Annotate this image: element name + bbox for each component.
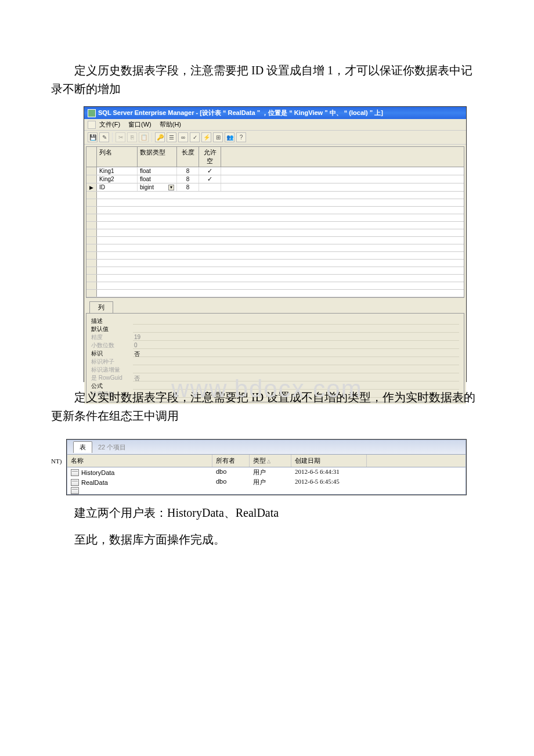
col-type[interactable]: 类型△	[250, 455, 291, 467]
col-owner[interactable]: 所有者	[212, 455, 250, 467]
list-tabs: 表 22 个项目	[67, 440, 466, 454]
trigger-icon[interactable]: ⚡	[201, 132, 211, 142]
table-row[interactable]	[67, 487, 466, 494]
column-row[interactable]: ▶ ID bigint▾ 8	[86, 183, 464, 192]
title-bar: SQL Server Enterprise Manager - [设计表 “ R…	[84, 107, 466, 119]
item-count: 22 个项目	[98, 443, 126, 452]
paragraph-4: 至此，数据库方面操作完成。	[51, 530, 483, 549]
menu-window[interactable]: 窗口(W)	[128, 120, 151, 129]
cut-icon[interactable]: ✂	[116, 132, 125, 142]
tab-tables[interactable]: 表	[73, 441, 92, 453]
help-icon[interactable]: ?	[236, 132, 246, 142]
table-icon	[71, 487, 79, 494]
column-row[interactable]: King2 float 8 ✓	[86, 175, 464, 183]
dropdown-icon[interactable]: ▾	[168, 185, 174, 190]
tree-fragment-label: NT)	[51, 458, 62, 465]
paste-icon[interactable]: 📋	[139, 132, 149, 142]
list-columns-header: 名称 所有者 类型△ 创建日期	[67, 454, 466, 467]
script-icon[interactable]: ✎	[99, 132, 109, 142]
app-icon	[88, 109, 96, 117]
save-icon[interactable]: 💾	[88, 132, 98, 142]
sort-asc-icon: △	[267, 459, 270, 464]
paragraph-2: 定义实时数据表字段，注意需要把 ID 设置成不自增的类型，作为实时数据表的更新条…	[51, 388, 483, 425]
toolbar: 💾 ✎ ✂ ⎘ 📋 🔑 ☰ ∞ ✓ ⚡ ⊞ 👥 ?	[84, 131, 466, 145]
table-row[interactable]: HistoryData dbo 用户 2012-6-5 6:44:31	[67, 467, 466, 477]
paragraph-3: 建立两个用户表：HistoryData、RealData	[51, 503, 483, 522]
sql-designer-window: SQL Server Enterprise Manager - [设计表 “ R…	[84, 106, 467, 382]
copy-icon[interactable]: ⎘	[127, 132, 137, 142]
menu-help[interactable]: 帮助(H)	[160, 120, 181, 129]
tables-list-window: 表 22 个项目 名称 所有者 类型△ 创建日期 HistoryData dbo…	[66, 439, 467, 495]
current-row-marker: ▶	[89, 185, 93, 190]
columns-grid[interactable]: 列名 数据类型 长度 允许空 King1 float 8 ✓ King2 flo…	[86, 146, 464, 298]
table-icon	[71, 469, 79, 476]
paragraph-1: 定义历史数据表字段，注意需要把 ID 设置成自增 1，才可以保证你数据表中记录不…	[51, 61, 483, 98]
indexes-icon[interactable]: ☰	[167, 132, 176, 142]
header-data-type[interactable]: 数据类型	[138, 147, 177, 167]
column-properties: 列 描述 默认值 精度19 小数位数0 标识否 标识种子 标识递增量 是 Row…	[86, 301, 464, 402]
properties-tab[interactable]: 列	[89, 301, 113, 313]
menu-bar[interactable]: 文件(F) 窗口(W) 帮助(H)	[84, 119, 466, 131]
check-icon[interactable]: ✓	[207, 167, 212, 175]
header-allow-null[interactable]: 允许空	[199, 147, 221, 167]
table-row[interactable]: RealData dbo 用户 2012-6-5 6:45:45	[67, 477, 466, 487]
col-name[interactable]: 名称	[67, 455, 212, 467]
grid-header: 列名 数据类型 长度 允许空	[86, 147, 464, 167]
table-icon	[71, 479, 79, 486]
col-date[interactable]: 创建日期	[291, 455, 367, 467]
column-row[interactable]: King1 float 8 ✓	[86, 167, 464, 175]
window-title: SQL Server Enterprise Manager - [设计表 “ R…	[98, 109, 383, 117]
control-menu-icon[interactable]	[88, 121, 96, 129]
menu-file[interactable]: 文件(F)	[99, 120, 120, 129]
check-icon[interactable]: ✓	[207, 175, 212, 183]
relationships-icon[interactable]: ∞	[178, 132, 188, 142]
check-icon[interactable]: ✓	[190, 132, 200, 142]
prop-icon[interactable]: ⊞	[213, 132, 223, 142]
header-length[interactable]: 长度	[177, 147, 199, 167]
permissions-icon[interactable]: 👥	[225, 132, 234, 142]
key-icon[interactable]: 🔑	[155, 132, 165, 142]
header-column-name[interactable]: 列名	[97, 147, 138, 167]
